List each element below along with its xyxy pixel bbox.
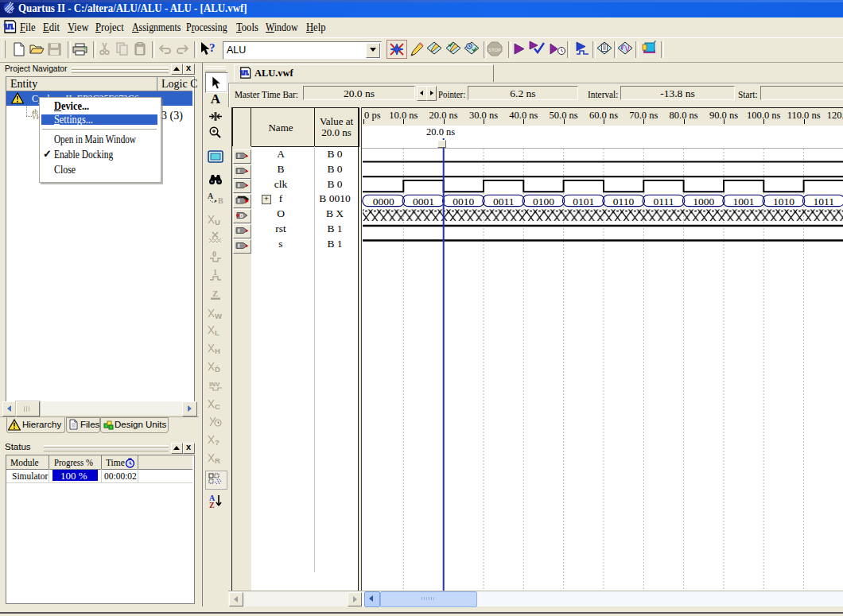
svg-text:0: 0 — [240, 212, 244, 219]
svg-text:0101: 0101 — [573, 196, 594, 207]
svg-text:STOP: STOP — [488, 48, 501, 52]
svg-text:1001: 1001 — [733, 196, 755, 207]
svg-text:Z: Z — [209, 501, 215, 509]
svg-text:Z: Z — [212, 289, 218, 298]
svg-text:0: 0 — [212, 250, 216, 258]
svg-text:A: A — [208, 192, 214, 200]
svg-text:1000: 1000 — [693, 196, 714, 207]
svg-text:W: W — [215, 312, 222, 320]
svg-text:0110: 0110 — [613, 196, 635, 207]
svg-text:1011: 1011 — [814, 196, 835, 207]
svg-text:?: ? — [215, 438, 219, 447]
svg-text:1010: 1010 — [773, 196, 794, 207]
svg-text:0001: 0001 — [413, 196, 434, 207]
svg-text:0100: 0100 — [533, 196, 554, 207]
svg-text:H: H — [215, 347, 220, 355]
svg-text:0010: 0010 — [453, 196, 474, 207]
svg-text:Ḋ: Ḋ — [215, 365, 220, 374]
svg-text:?: ? — [209, 41, 215, 54]
svg-text:R: R — [215, 456, 220, 465]
svg-text:L: L — [215, 328, 219, 337]
svg-text:U: U — [215, 218, 220, 227]
svg-text:INV: INV — [209, 381, 220, 388]
svg-text:0111: 0111 — [654, 196, 674, 207]
svg-text:C: C — [215, 402, 220, 411]
svg-text:1: 1 — [213, 269, 217, 277]
svg-text:0011: 0011 — [493, 196, 515, 207]
svg-text:0000: 0000 — [373, 196, 394, 207]
svg-text:B: B — [218, 196, 223, 204]
